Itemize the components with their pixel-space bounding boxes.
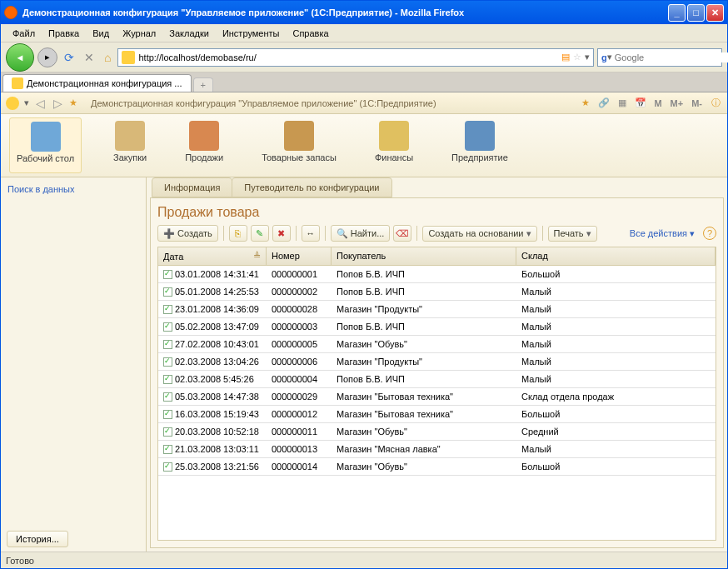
clear-find-button[interactable]: ⌫	[393, 225, 411, 242]
section-stock[interactable]: Товарные запасы	[255, 117, 343, 173]
col-buyer[interactable]: Покупатель	[332, 247, 516, 265]
posted-icon	[163, 445, 172, 454]
calculator-icon[interactable]: ▦	[616, 97, 629, 110]
col-date[interactable]: Дата ≜	[158, 247, 267, 265]
nav-forward-icon[interactable]: ▷	[52, 97, 64, 110]
status-text: Готово	[6, 556, 34, 566]
favorite-star-icon[interactable]: ★	[69, 97, 77, 108]
section-enterprise[interactable]: Предприятие	[445, 117, 515, 173]
favorites-icon[interactable]: ★	[579, 97, 592, 110]
menu-history[interactable]: Журнал	[116, 27, 162, 40]
maximize-button[interactable]: □	[687, 4, 705, 22]
app-breadcrumb: Демонстрационная конфигурация "Управляем…	[82, 98, 574, 108]
desktop-icon	[31, 122, 61, 152]
all-actions-button[interactable]: Все действия ▾	[625, 227, 700, 241]
col-warehouse[interactable]: Склад	[516, 247, 716, 265]
table-row[interactable]: 16.03.2008 15:19:43000000012Магазин "Быт…	[158, 406, 716, 423]
url-dropdown-icon[interactable]: ▾	[585, 52, 590, 62]
bookmark-star-icon[interactable]: ☆	[573, 52, 581, 62]
new-tab-button[interactable]: +	[193, 77, 213, 92]
menu-file[interactable]: Файл	[6, 27, 42, 40]
browser-tabbar: Демонстрационная конфигурация ... +	[1, 72, 727, 92]
grid-body[interactable]: 03.01.2008 14:31:41000000001Попов Б.В. И…	[158, 266, 716, 540]
copy-button[interactable]: ⎘	[229, 225, 247, 242]
cell-date: 02.03.2008 13:04:26	[175, 357, 259, 367]
search-in-data-link[interactable]: Поиск в данных	[7, 184, 75, 194]
copy-icon: ⎘	[232, 227, 244, 239]
menu-view[interactable]: Вид	[86, 27, 116, 40]
memory-mminus-button[interactable]: M-	[690, 98, 704, 108]
col-number[interactable]: Номер	[267, 247, 332, 265]
edit-button[interactable]: ✎	[251, 225, 269, 242]
print-button[interactable]: Печать ▾	[548, 226, 597, 242]
search-input[interactable]	[615, 52, 728, 62]
posted-icon	[163, 305, 172, 314]
feed-icon[interactable]: ▤	[561, 52, 570, 62]
table-row[interactable]: 05.03.2008 14:47:38000000029Магазин "Быт…	[158, 388, 716, 406]
stop-icon[interactable]: ✕	[81, 51, 97, 64]
sort-indicator-icon: ≜	[253, 251, 261, 262]
firefox-icon	[4, 6, 17, 19]
help-icon[interactable]: ?	[703, 227, 716, 240]
cell-warehouse: Склад отдела продаж	[516, 388, 716, 405]
minimize-button[interactable]: _	[668, 4, 686, 22]
menu-help[interactable]: Справка	[286, 27, 335, 40]
cell-number: 000000004	[267, 371, 332, 387]
table-row[interactable]: 02.03.2008 13:04:26000000006Магазин "Про…	[158, 353, 716, 371]
table-row[interactable]: 27.02.2008 10:43:01000000005Магазин "Обу…	[158, 336, 716, 353]
back-button[interactable]: ◄	[6, 43, 34, 72]
section-purchases[interactable]: Закупки	[107, 117, 153, 173]
section-desktop[interactable]: Рабочий стол	[9, 117, 82, 173]
table-row[interactable]: 21.03.2008 13:03:11000000013Магазин "Мяс…	[158, 441, 716, 458]
find-button[interactable]: 🔍 Найти...	[331, 225, 391, 242]
cell-number: 000000002	[267, 283, 332, 300]
sections-bar: Рабочий стол Закупки Продажи Товарные за…	[1, 114, 727, 177]
about-icon[interactable]: ⓘ	[709, 97, 722, 110]
cell-date: 21.03.2008 13:03:11	[175, 444, 259, 454]
cell-buyer: Попов Б.В. ИЧП	[332, 371, 516, 387]
memory-mplus-button[interactable]: M+	[669, 98, 686, 108]
close-button[interactable]: ✕	[706, 4, 724, 22]
section-finance[interactable]: Финансы	[368, 117, 420, 173]
search-bar[interactable]: g ▾ 🔍	[597, 48, 722, 67]
table-row[interactable]: 05.02.2008 13:47:09000000003Попов Б.В. И…	[158, 318, 716, 336]
delete-button[interactable]: ✖	[272, 225, 291, 242]
forward-button[interactable]: ▸	[37, 47, 57, 67]
memory-m-button[interactable]: M	[652, 98, 663, 108]
calendar-icon[interactable]: 📅	[634, 97, 647, 110]
nav-back-icon[interactable]: ◁	[34, 97, 47, 110]
search-engine-dropdown-icon[interactable]: ▾	[607, 52, 612, 62]
table-row[interactable]: 03.01.2008 14:31:41000000001Попов Б.В. И…	[158, 266, 716, 283]
create-button[interactable]: ➕ Создать	[157, 225, 218, 242]
table-row[interactable]: 25.03.2008 13:21:56000000014Магазин "Обу…	[158, 458, 716, 476]
posted-icon	[163, 427, 172, 437]
link-icon[interactable]: 🔗	[597, 97, 611, 110]
url-input[interactable]	[138, 52, 561, 62]
table-row[interactable]: 23.01.2008 14:36:09000000028Магазин "Про…	[158, 301, 716, 318]
table-row[interactable]: 02.03.2008 5:45:26000000004Попов Б.В. ИЧ…	[158, 371, 716, 388]
url-bar[interactable]: ▤ ☆ ▾	[117, 48, 594, 67]
create-based-button[interactable]: Создать на основании ▾	[422, 226, 536, 242]
refresh-icon: ↔	[305, 227, 317, 239]
reload-icon[interactable]: ⟳	[61, 51, 77, 64]
section-sales[interactable]: Продажи	[178, 117, 230, 173]
home-icon[interactable]: ⌂	[101, 51, 114, 64]
cell-buyer: Попов Б.В. ИЧП	[332, 266, 516, 282]
subtab-info[interactable]: Информация	[152, 177, 232, 197]
dropdown-icon: ▾	[690, 228, 695, 239]
refresh-button[interactable]: ↔	[302, 225, 320, 242]
stock-icon	[284, 121, 314, 151]
menu-bookmarks[interactable]: Закладки	[162, 27, 216, 40]
table-row[interactable]: 20.03.2008 10:52:18000000011Магазин "Обу…	[158, 423, 716, 441]
table-row[interactable]: 05.01.2008 14:25:53000000002Попов Б.В. И…	[158, 283, 716, 301]
left-panel: Поиск в данных	[1, 177, 147, 552]
window-titlebar: Демонстрационная конфигурация "Управляем…	[1, 1, 727, 24]
cell-warehouse: Малый	[516, 353, 716, 370]
cell-warehouse: Большой	[516, 458, 716, 475]
menu-tools[interactable]: Инструменты	[216, 27, 287, 40]
browser-tab[interactable]: Демонстрационная конфигурация ...	[2, 74, 192, 92]
menu-edit[interactable]: Правка	[42, 27, 86, 40]
subtab-guide[interactable]: Путеводитель по конфигурации	[232, 177, 391, 197]
history-button[interactable]: История...	[7, 531, 68, 547]
app-menu-dropdown-icon[interactable]: ▾	[24, 97, 29, 108]
